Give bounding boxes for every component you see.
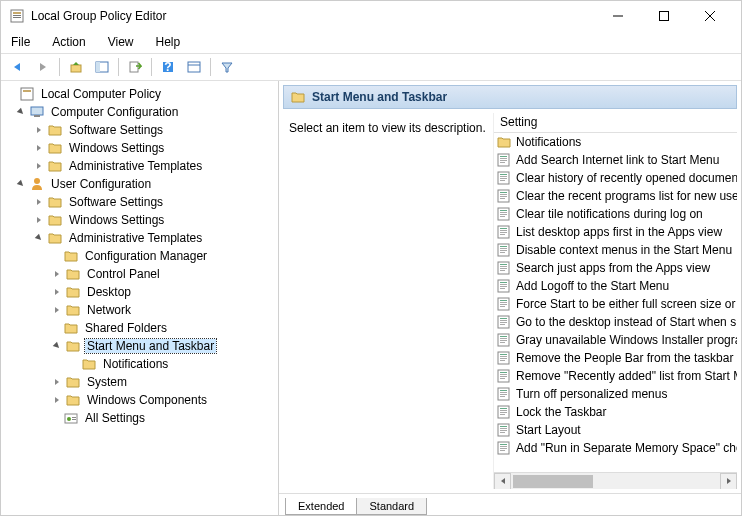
svg-rect-42 <box>500 212 507 213</box>
tab-extended[interactable]: Extended <box>285 498 357 515</box>
folder-icon <box>496 134 512 150</box>
tree-cc-admin[interactable]: Administrative Templates <box>1 157 278 175</box>
list-item[interactable]: Search just apps from the Apps view <box>494 259 737 277</box>
menu-action[interactable]: Action <box>48 33 89 51</box>
tree-notifications[interactable]: Notifications <box>1 355 278 373</box>
window-title: Local Group Policy Editor <box>31 9 595 23</box>
help-button[interactable]: ? <box>156 56 180 78</box>
maximize-button[interactable] <box>641 1 687 31</box>
expand-icon[interactable] <box>33 124 45 136</box>
scroll-left-button[interactable] <box>494 473 511 490</box>
list-item[interactable]: Notifications <box>494 133 737 151</box>
list-item[interactable]: Add Logoff to the Start Menu <box>494 277 737 295</box>
list-item[interactable]: Disable context menus in the Start Menu <box>494 241 737 259</box>
properties-button[interactable] <box>182 56 206 78</box>
tree-ctrl-panel[interactable]: Control Panel <box>1 265 278 283</box>
settings-list[interactable]: NotificationsAdd Search Internet link to… <box>494 133 737 472</box>
tree-root[interactable]: Local Computer Policy <box>1 85 278 103</box>
tree-label: Start Menu and Taskbar <box>85 339 216 353</box>
expand-icon[interactable] <box>33 160 45 172</box>
expand-icon[interactable] <box>51 376 63 388</box>
list-item[interactable]: Clear history of recently opened documen… <box>494 169 737 187</box>
collapse-icon[interactable] <box>33 232 45 244</box>
expand-icon[interactable] <box>51 304 63 316</box>
close-button[interactable] <box>687 1 733 31</box>
list-item-label: Notifications <box>516 135 581 149</box>
expand-icon[interactable] <box>51 286 63 298</box>
expand-icon[interactable] <box>33 214 45 226</box>
view-tabs: Extended Standard <box>279 493 741 515</box>
list-item[interactable]: Start Layout <box>494 421 737 439</box>
menu-view[interactable]: View <box>104 33 138 51</box>
tree-start-menu[interactable]: Start Menu and Taskbar <box>1 337 278 355</box>
svg-rect-51 <box>500 246 507 247</box>
horizontal-scrollbar[interactable] <box>494 472 737 489</box>
list-item[interactable]: Go to the desktop instead of Start when … <box>494 313 737 331</box>
tree-cc-soft[interactable]: Software Settings <box>1 121 278 139</box>
expand-icon[interactable] <box>33 196 45 208</box>
tree-label: Computer Configuration <box>49 105 180 119</box>
filter-button[interactable] <box>215 56 239 78</box>
collapse-icon[interactable] <box>15 178 27 190</box>
collapse-icon[interactable] <box>15 106 27 118</box>
scroll-right-button[interactable] <box>720 473 737 490</box>
list-item-label: Disable context menus in the Start Menu <box>516 243 732 257</box>
tree-shared[interactable]: Shared Folders <box>1 319 278 337</box>
toolbar: ? <box>1 53 741 81</box>
svg-rect-53 <box>500 250 507 251</box>
menu-bar: File Action View Help <box>1 31 741 53</box>
list-item-label: Remove the People Bar from the taskbar <box>516 351 733 365</box>
svg-rect-81 <box>500 354 507 355</box>
expand-icon[interactable] <box>5 88 17 100</box>
policy-icon <box>496 170 512 186</box>
list-item[interactable]: Remove the People Bar from the taskbar <box>494 349 737 367</box>
menu-help[interactable]: Help <box>152 33 185 51</box>
svg-rect-19 <box>34 115 40 117</box>
folder-icon <box>47 230 63 246</box>
list-item[interactable]: List desktop apps first in the Apps view <box>494 223 737 241</box>
list-item[interactable]: Turn off personalized menus <box>494 385 737 403</box>
back-button[interactable] <box>5 56 29 78</box>
tree-uc-soft[interactable]: Software Settings <box>1 193 278 211</box>
tree-uc-win[interactable]: Windows Settings <box>1 211 278 229</box>
tree-pane[interactable]: Local Computer Policy Computer Configura… <box>1 81 279 515</box>
tree-cfg-mgr[interactable]: Configuration Manager <box>1 247 278 265</box>
scroll-track[interactable] <box>511 473 720 490</box>
svg-rect-67 <box>500 302 507 303</box>
tree-all-settings[interactable]: All Settings <box>1 409 278 427</box>
tree-comp-config[interactable]: Computer Configuration <box>1 103 278 121</box>
tree-system[interactable]: System <box>1 373 278 391</box>
tree-network[interactable]: Network <box>1 301 278 319</box>
folder-icon <box>47 158 63 174</box>
scroll-thumb[interactable] <box>513 475 593 488</box>
tree-desktop[interactable]: Desktop <box>1 283 278 301</box>
list-item[interactable]: Add "Run in Separate Memory Space" check… <box>494 439 737 457</box>
export-button[interactable] <box>123 56 147 78</box>
list-item[interactable]: Clear the recent programs list for new u… <box>494 187 737 205</box>
up-button[interactable] <box>64 56 88 78</box>
menu-file[interactable]: File <box>7 33 34 51</box>
list-item[interactable]: Gray unavailable Windows Installer progr… <box>494 331 737 349</box>
list-item[interactable]: Remove "Recently added" list from Start … <box>494 367 737 385</box>
tree-uc-admin[interactable]: Administrative Templates <box>1 229 278 247</box>
list-item[interactable]: Clear tile notifications during log on <box>494 205 737 223</box>
list-item-label: Clear the recent programs list for new u… <box>516 189 737 203</box>
tab-standard[interactable]: Standard <box>356 498 427 515</box>
collapse-icon[interactable] <box>51 340 63 352</box>
list-header-setting[interactable]: Setting <box>494 113 737 133</box>
expand-icon[interactable] <box>33 142 45 154</box>
svg-rect-94 <box>500 396 505 397</box>
tree-win-comp[interactable]: Windows Components <box>1 391 278 409</box>
list-item[interactable]: Lock the Taskbar <box>494 403 737 421</box>
show-hide-tree-button[interactable] <box>90 56 114 78</box>
expand-icon[interactable] <box>51 394 63 406</box>
list-item[interactable]: Force Start to be either full screen siz… <box>494 295 737 313</box>
tree-cc-win[interactable]: Windows Settings <box>1 139 278 157</box>
svg-rect-26 <box>500 156 507 157</box>
tree-user-config[interactable]: User Configuration <box>1 175 278 193</box>
minimize-button[interactable] <box>595 1 641 31</box>
expand-icon[interactable] <box>51 268 63 280</box>
list-item[interactable]: Add Search Internet link to Start Menu <box>494 151 737 169</box>
folder-icon <box>63 248 79 264</box>
forward-button[interactable] <box>31 56 55 78</box>
